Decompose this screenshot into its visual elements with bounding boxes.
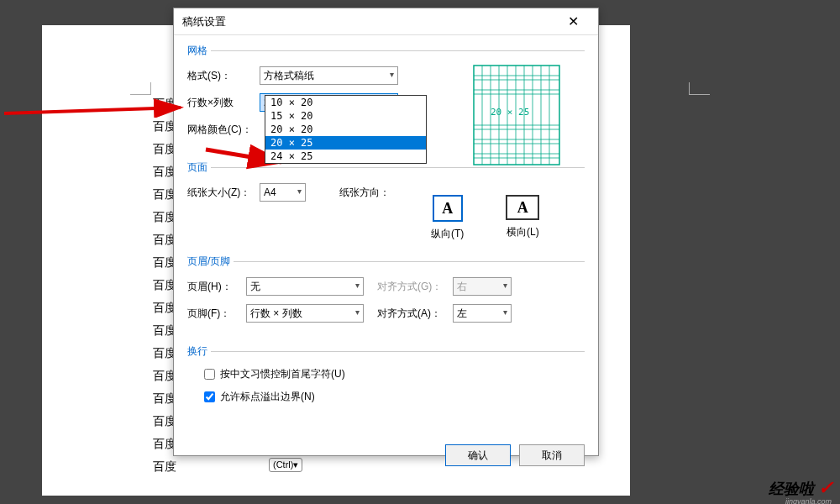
margin-marker-left [130, 82, 151, 95]
headerfooter-fieldset: 页眉/页脚 页眉(H)： 无 ▾ 对齐方式(G)： 右 ▾ 页脚(F)： 行数 … [187, 255, 585, 338]
grid-legend: 网格 [187, 44, 211, 58]
wrap-legend: 换行 [187, 344, 211, 359]
grid-fieldset: 网格 格式(S)： 方格式稿纸 ▾ 行数×列数 20 × 25 ▾ 网格颜色(C… [187, 44, 585, 154]
manuscript-settings-dialog: 稿纸设置 ✕ 网格 格式(S)： 方格式稿纸 ▾ 行数×列数 20 × 25 ▾ [173, 8, 599, 456]
cjk-wrap-checkbox[interactable] [204, 369, 215, 380]
dropdown-option[interactable]: 20 × 20 [265, 123, 426, 136]
align-a-label: 对齐方式(A)： [377, 307, 453, 321]
portrait-icon: A [433, 195, 463, 222]
dropdown-option-selected[interactable]: 20 × 25 [265, 136, 426, 150]
landscape-icon: A [506, 195, 539, 220]
dropdown-option[interactable]: 10 × 20 [265, 96, 426, 109]
portrait-option[interactable]: A 纵向(T) [431, 195, 464, 241]
check-icon: ✓ [818, 477, 833, 498]
landscape-option[interactable]: A 横向(L) [506, 195, 539, 241]
margin-marker-right [689, 82, 710, 95]
cancel-button[interactable]: 取消 [519, 444, 585, 466]
chevron-down-icon: ▾ [297, 186, 302, 196]
papersize-label: 纸张大小(Z)： [187, 186, 260, 200]
chevron-down-icon: ▾ [355, 307, 360, 317]
headerfooter-legend: 页眉/页脚 [187, 255, 234, 269]
wrap-fieldset: 换行 按中文习惯控制首尾字符(U) 允许标点溢出边界(N) [187, 344, 585, 419]
format-label: 格式(S)： [187, 69, 260, 83]
ok-button[interactable]: 确认 [445, 444, 511, 466]
footer-label: 页脚(F)： [187, 307, 246, 321]
rowcol-label: 行数×列数 [187, 96, 260, 110]
chevron-down-icon: ▾ [390, 70, 394, 79]
watermark: 经验啦 ✓ [769, 477, 833, 499]
align-g-select: 右 ▾ [453, 277, 512, 296]
align-a-select[interactable]: 左 ▾ [453, 304, 512, 323]
footer-select[interactable]: 行数 × 列数 ▾ [246, 304, 364, 323]
titlebar: 稿纸设置 ✕ [174, 8, 598, 35]
dropdown-option[interactable]: 24 × 25 [265, 150, 426, 163]
cjk-wrap-label: 按中文习惯控制首尾字符(U) [220, 367, 345, 381]
punct-overflow-label: 允许标点溢出边界(N) [220, 390, 315, 404]
align-g-label: 对齐方式(G)： [377, 280, 453, 294]
page-fieldset: 页面 纸张大小(Z)： A4 ▾ 纸张方向： A 纵向(T) A 横向(L) [187, 160, 585, 248]
button-row: 确认 取消 [174, 434, 598, 466]
dialog-title: 稿纸设置 [182, 14, 556, 29]
close-button[interactable]: ✕ [556, 10, 590, 34]
chevron-down-icon: ▾ [503, 281, 507, 290]
header-select[interactable]: 无 ▾ [246, 277, 364, 296]
orientation-label: 纸张方向： [339, 186, 390, 200]
rowcol-dropdown[interactable]: 10 × 20 15 × 20 20 × 20 20 × 25 24 × 25 [265, 95, 427, 164]
preview-label: 20 × 25 [491, 107, 529, 118]
chevron-down-icon: ▾ [503, 307, 507, 317]
page-legend: 页面 [187, 160, 211, 175]
watermark-url: jingyanla.com [785, 497, 832, 504]
chevron-down-icon: ▾ [355, 281, 360, 290]
header-label: 页眉(H)： [187, 280, 246, 294]
color-label: 网格颜色(C)： [187, 123, 260, 137]
dialog-body: 网格 格式(S)： 方格式稿纸 ▾ 行数×列数 20 × 25 ▾ 网格颜色(C… [174, 35, 598, 434]
format-select[interactable]: 方格式稿纸 ▾ [260, 66, 398, 85]
papersize-select[interactable]: A4 ▾ [260, 183, 306, 202]
dropdown-option[interactable]: 15 × 20 [265, 109, 426, 123]
punct-overflow-checkbox[interactable] [204, 391, 215, 402]
